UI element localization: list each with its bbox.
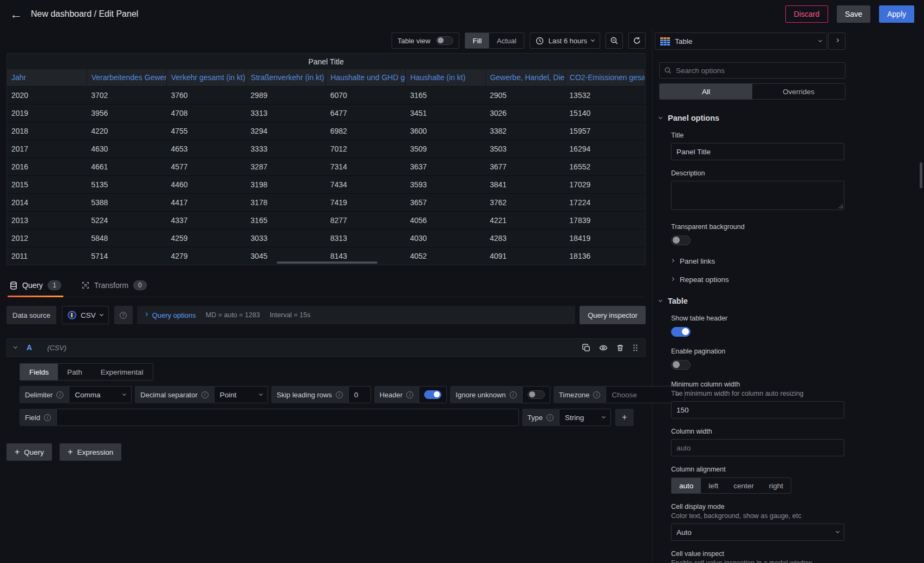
delimiter-select[interactable]: Comma <box>69 386 132 403</box>
search-icon <box>664 67 672 74</box>
tab-query[interactable]: Query 1 <box>8 275 63 297</box>
drag-grip-icon[interactable] <box>633 344 638 352</box>
save-button[interactable]: Save <box>837 5 870 23</box>
alignment-center[interactable]: center <box>726 478 762 493</box>
tab-experimental[interactable]: Experimental <box>92 364 153 380</box>
transparent-background-toggle[interactable] <box>671 235 691 245</box>
table-view-toggle[interactable] <box>436 36 453 45</box>
datasource-picker[interactable]: CSV <box>62 306 109 324</box>
transparent-background-label: Transparent background <box>671 223 848 231</box>
table-cell: 2014 <box>7 193 87 211</box>
collapse-query-icon[interactable] <box>14 345 17 349</box>
datasource-help-button[interactable] <box>114 306 133 324</box>
chevron-right-icon <box>835 38 838 42</box>
type-select[interactable]: String <box>559 409 611 426</box>
apply-button[interactable]: Apply <box>879 5 914 23</box>
tab-all[interactable]: All <box>660 84 752 99</box>
min-column-width-input[interactable]: 150 <box>671 401 844 418</box>
table-cell: 17224 <box>565 193 645 211</box>
show-table-header-label: Show table header <box>671 315 848 322</box>
section-panel-options[interactable]: Panel options <box>659 114 848 122</box>
refresh-button[interactable] <box>628 32 646 49</box>
fill-actual-group: Fill Actual <box>465 32 525 49</box>
collapse-pane-button[interactable] <box>828 32 845 50</box>
table-cell: 5135 <box>87 175 166 193</box>
table-cell: 18136 <box>565 247 645 265</box>
column-header[interactable]: Jahr <box>7 69 87 86</box>
duplicate-query-icon[interactable] <box>582 344 590 352</box>
ignore-unknown-toggle[interactable] <box>528 390 545 399</box>
delete-query-trash-icon[interactable] <box>616 344 624 352</box>
cell-value-inspect-label: Cell value inspect <box>671 550 848 558</box>
column-header[interactable]: Straßenverkehr (in kt) <box>246 69 326 86</box>
visualization-picker[interactable]: Table <box>655 32 827 50</box>
csv-options-row: Delimiter Comma Decimal separator Point … <box>19 386 634 403</box>
section-table[interactable]: Table <box>659 297 848 305</box>
table-cell: 2016 <box>7 158 87 175</box>
add-expression-button[interactable]: Expression <box>60 443 121 461</box>
alignment-auto[interactable]: auto <box>672 478 701 493</box>
panel-title-input[interactable]: Panel Title <box>671 143 844 160</box>
alignment-left[interactable]: left <box>701 478 726 493</box>
table-cell: 6982 <box>326 122 406 140</box>
table-row: 201551354460319874343593384117029 <box>7 175 645 193</box>
column-header[interactable]: Haushalte (in kt) <box>406 69 485 86</box>
table-view-control: Table view <box>392 32 459 49</box>
time-range-picker[interactable]: Last 6 hours <box>530 32 600 49</box>
tab-path[interactable]: Path <box>58 364 92 380</box>
description-textarea[interactable] <box>671 181 844 210</box>
cell-display-mode-select[interactable]: Auto <box>671 523 844 541</box>
chevron-down-icon <box>659 115 662 119</box>
table-cell: 3762 <box>485 193 565 211</box>
back-button[interactable]: ← <box>10 8 22 21</box>
query-type-label: (CSV) <box>47 344 66 352</box>
tab-transform-label: Transform <box>94 281 128 290</box>
field-input[interactable] <box>56 409 519 426</box>
table-row: 202037023760298960703165290513532 <box>7 86 645 104</box>
fill-option[interactable]: Fill <box>465 33 490 48</box>
search-options-input[interactable]: Search options <box>659 62 845 78</box>
zoom-out-icon <box>610 36 619 45</box>
column-header[interactable]: Verarbeitendes Gewerl <box>87 69 166 86</box>
table-cell: 4755 <box>166 122 246 140</box>
add-field-button[interactable] <box>615 409 634 426</box>
skip-leading-rows-input[interactable]: 0 <box>348 386 371 403</box>
options-pane-scrollbar[interactable] <box>920 162 922 188</box>
tab-query-label: Query <box>22 281 43 290</box>
options-pane: Table Search options All Overrides Panel… <box>653 28 924 563</box>
repeat-options-section[interactable]: Repeat options <box>671 276 848 284</box>
chevron-down-icon <box>836 529 840 533</box>
query-inspector-button[interactable]: Query inspector <box>580 306 646 324</box>
column-header[interactable]: Verkehr gesamt (in kt) <box>166 69 246 86</box>
hide-query-eye-icon[interactable] <box>599 344 608 352</box>
horizontal-scrollbar[interactable] <box>277 261 378 264</box>
tab-fields[interactable]: Fields <box>20 364 58 380</box>
tab-transform[interactable]: Transform 0 <box>80 275 149 297</box>
column-header[interactable]: Gewerbe, Handel, Dien <box>485 69 565 86</box>
query-row-header[interactable]: A (CSV) <box>6 338 646 357</box>
column-header[interactable]: CO2-Emissionen gesar <box>565 69 645 86</box>
table-viz-icon <box>660 37 670 45</box>
actual-option[interactable]: Actual <box>489 33 524 48</box>
column-width-label: Column width <box>671 428 848 435</box>
table-cell: 4056 <box>406 211 485 229</box>
csv-datasource-icon <box>68 311 76 319</box>
show-table-header-toggle[interactable] <box>671 327 691 337</box>
refresh-icon <box>633 36 641 45</box>
panel-links-section[interactable]: Panel links <box>671 257 848 265</box>
column-width-input[interactable]: auto <box>671 439 844 456</box>
add-query-button[interactable]: Query <box>6 443 52 461</box>
table-cell: 3165 <box>246 211 326 229</box>
alignment-right[interactable]: right <box>762 478 791 493</box>
discard-button[interactable]: Discard <box>785 5 828 23</box>
table-cell: 3760 <box>166 86 246 104</box>
table-cell: 2989 <box>246 86 326 104</box>
zoom-out-button[interactable] <box>606 32 623 49</box>
query-options-toggle[interactable]: Query options <box>145 311 196 319</box>
tab-overrides[interactable]: Overrides <box>752 84 845 99</box>
header-toggle[interactable] <box>424 390 441 399</box>
enable-pagination-toggle[interactable] <box>671 360 691 370</box>
decimal-separator-select[interactable]: Point <box>214 386 268 403</box>
table-cell: 5714 <box>87 247 166 265</box>
column-header[interactable]: Haushalte und GHD ge <box>326 69 406 86</box>
